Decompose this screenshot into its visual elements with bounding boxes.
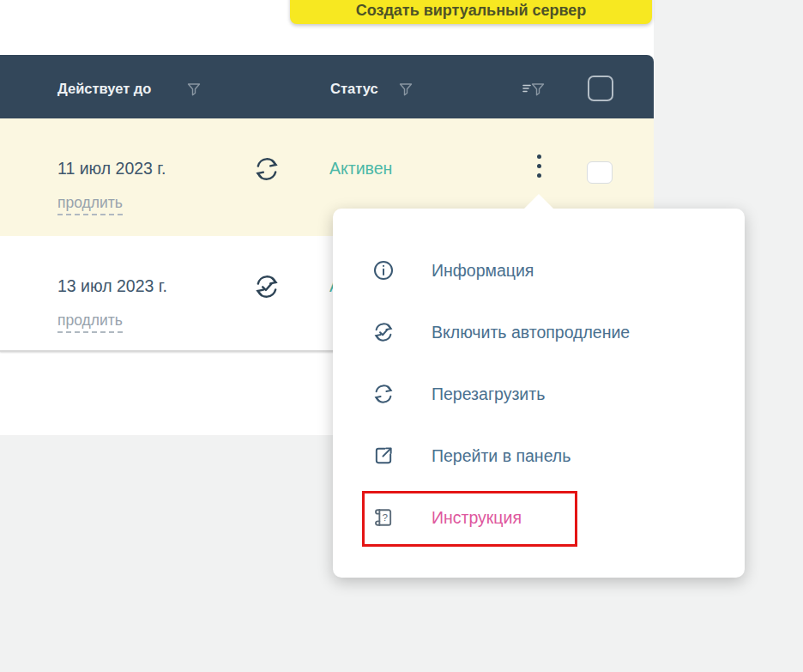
context-menu: Информация Включить автопродление bbox=[333, 209, 745, 578]
svg-text:?: ? bbox=[382, 512, 388, 523]
renew-link[interactable]: продлить bbox=[57, 312, 123, 333]
filter-list-icon[interactable] bbox=[522, 82, 547, 97]
menu-item-go-to-panel[interactable]: Перейти в панель bbox=[333, 425, 745, 487]
vps-list-page: Создать виртуальный сервер Действует до … bbox=[0, 0, 803, 672]
menu-item-enable-autorenew[interactable]: Включить автопродление bbox=[333, 301, 745, 363]
filter-funnel-icon[interactable] bbox=[398, 82, 414, 97]
menu-item-label: Перезагрузить bbox=[432, 384, 545, 404]
autorenew-check-icon bbox=[252, 272, 281, 301]
info-icon bbox=[371, 258, 395, 282]
row-actions-menu-button[interactable] bbox=[527, 154, 551, 180]
valid-until-date: 13 июл 2023 г. bbox=[57, 276, 167, 296]
renew-link[interactable]: продлить bbox=[57, 194, 123, 215]
menu-item-label: Перейти в панель bbox=[432, 446, 571, 466]
menu-item-instruction[interactable]: ? Инструкция bbox=[333, 487, 745, 548]
select-all-checkbox[interactable] bbox=[588, 76, 613, 101]
create-server-button[interactable]: Создать виртуальный сервер bbox=[290, 0, 652, 24]
menu-item-information[interactable]: Информация bbox=[333, 239, 745, 301]
valid-until-date: 11 июл 2023 г. bbox=[57, 159, 166, 179]
menu-item-reboot[interactable]: Перезагрузить bbox=[333, 363, 745, 425]
autorenew-check-icon bbox=[371, 320, 395, 344]
menu-item-label: Включить автопродление bbox=[432, 323, 630, 342]
reload-icon bbox=[371, 382, 395, 406]
status-badge: Активен bbox=[329, 159, 392, 179]
menu-item-label: Инструкция bbox=[432, 508, 522, 528]
instruction-scroll-icon: ? bbox=[371, 506, 395, 530]
column-header-valid-until: Действует до bbox=[57, 81, 151, 97]
table-header: Действует до Статус bbox=[0, 55, 654, 118]
filter-funnel-icon[interactable] bbox=[186, 82, 202, 97]
column-header-status: Статус bbox=[330, 81, 378, 97]
context-menu-caret bbox=[522, 194, 555, 210]
row-checkbox[interactable] bbox=[587, 161, 613, 184]
reload-icon bbox=[252, 154, 281, 184]
menu-item-label: Информация bbox=[432, 261, 534, 281]
external-link-icon bbox=[371, 444, 395, 468]
